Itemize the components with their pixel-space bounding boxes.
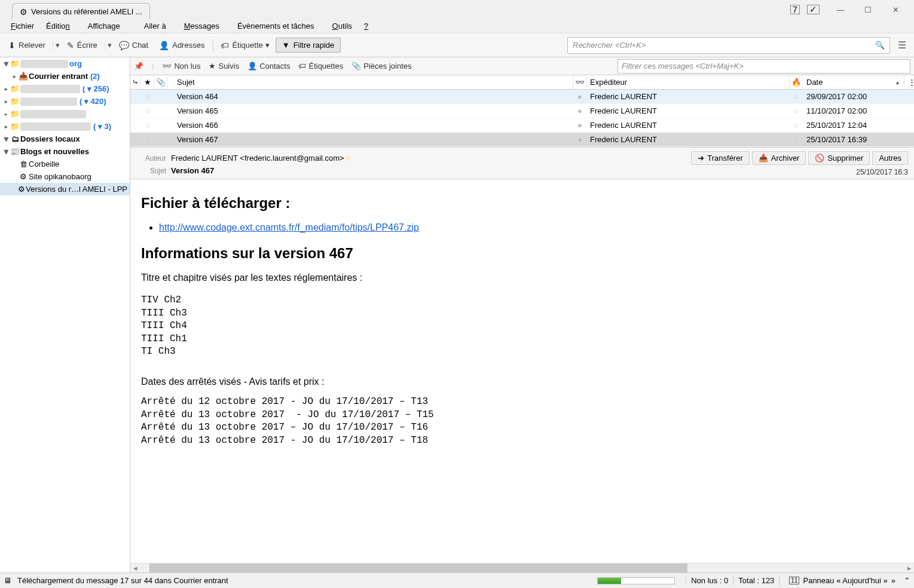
filter-tags[interactable]: 🏷Étiquettes bbox=[298, 62, 343, 71]
calendar-icon[interactable]: 7 bbox=[790, 5, 800, 14]
folder-blogs[interactable]: ⯆📰Blogs et nouvelles bbox=[0, 145, 130, 158]
download-link[interactable]: http://www.codage.ext.cnamts.fr/f_mediam… bbox=[159, 222, 419, 232]
read-dot-icon[interactable]: ● bbox=[573, 135, 586, 144]
write-button[interactable]: ✎Écrire bbox=[62, 38, 102, 53]
message-row[interactable]: ☆Version 465●Frederic LAURENT○11/10/2017… bbox=[130, 104, 914, 118]
junk-icon[interactable]: ○ bbox=[790, 106, 803, 115]
account-1[interactable]: ⯆📁org bbox=[0, 57, 130, 70]
filter-attachments[interactable]: 📎Pièces jointes bbox=[351, 62, 411, 71]
star-icon[interactable]: ☆ bbox=[141, 121, 154, 130]
message-row[interactable]: ☆Version 466●Frederic LAURENT○25/10/2017… bbox=[130, 118, 914, 133]
message-row[interactable]: ☆Version 464●Frederic LAURENT○29/09/2017… bbox=[130, 90, 914, 104]
folder-site[interactable]: ⚙Site opikanobaorg bbox=[0, 170, 130, 183]
col-attachment[interactable]: 📎 bbox=[154, 75, 167, 89]
get-mail-button[interactable]: ⬇Relever bbox=[4, 38, 50, 53]
junk-icon[interactable]: ○ bbox=[790, 92, 803, 101]
local-icon: 🗂 bbox=[10, 134, 20, 143]
star-icon[interactable]: ☆ bbox=[141, 92, 154, 101]
menu-tools[interactable]: Outils bbox=[326, 20, 358, 32]
close-button[interactable]: ✕ bbox=[882, 1, 909, 18]
account-3[interactable]: ▸📁( ▾ 420) bbox=[0, 95, 130, 108]
junk-icon[interactable]: ○ bbox=[790, 121, 803, 130]
read-dot-icon[interactable]: ● bbox=[573, 106, 586, 115]
feed-icon: ⚙ bbox=[17, 185, 26, 194]
app-menu-button[interactable]: ☰ bbox=[894, 39, 910, 51]
filter-search-input[interactable]: Filtrer ces messages <Ctrl+Maj+K> bbox=[618, 59, 910, 74]
account-2[interactable]: ▸📁( ▾ 256) bbox=[0, 82, 130, 95]
menu-help[interactable]: ? bbox=[358, 20, 374, 32]
read-dot-icon[interactable]: ● bbox=[573, 121, 586, 130]
menu-go[interactable]: Aller à bbox=[132, 20, 178, 32]
col-picker[interactable]: ⋮ bbox=[904, 75, 914, 89]
title-bar: ⚙ Versions du référentiel AMELI ... 7 ✓ … bbox=[0, 0, 914, 19]
window-tab[interactable]: ⚙ Versions du référentiel AMELI ... bbox=[12, 3, 150, 20]
col-junk[interactable]: 🔥 bbox=[790, 75, 803, 89]
minimize-button[interactable]: — bbox=[827, 1, 854, 18]
status-bar: 🖥 Téléchargement du message 17 sur 44 da… bbox=[0, 572, 914, 588]
rss-icon: 📰 bbox=[10, 147, 20, 156]
star-icon[interactable]: ☆ bbox=[141, 135, 154, 144]
filter-unread[interactable]: 👓Non lus bbox=[162, 62, 200, 71]
menu-file[interactable]: Fichier bbox=[5, 20, 40, 32]
filter-starred[interactable]: ★Suivis bbox=[209, 62, 239, 71]
delete-button[interactable]: 🚫Supprimer bbox=[808, 151, 870, 165]
read-dot-icon[interactable]: ● bbox=[573, 92, 586, 101]
message-subject: Version 466 bbox=[167, 121, 573, 130]
search-icon[interactable]: 🔍 bbox=[875, 41, 885, 50]
filter-contacts[interactable]: 👤Contacts bbox=[247, 62, 290, 71]
global-search[interactable]: Rechercher <Ctrl+K> 🔍 bbox=[567, 37, 890, 54]
col-sender[interactable]: Expéditeur bbox=[586, 75, 790, 89]
forbidden-icon: 🚫 bbox=[815, 154, 824, 163]
message-header-pane: Auteur Frederic LAURENT <frederic.lauren… bbox=[130, 147, 914, 179]
quick-filter-button[interactable]: ▼Filtre rapide bbox=[276, 38, 341, 53]
col-thread[interactable]: ⤷ bbox=[130, 75, 141, 89]
chat-button[interactable]: 💬Chat bbox=[114, 38, 153, 53]
archive-button[interactable]: 📥Archiver bbox=[752, 151, 806, 165]
account-5[interactable]: ▸📁( ▾ 3) bbox=[0, 120, 130, 133]
forward-button[interactable]: ➜Transférer bbox=[691, 151, 749, 165]
col-read[interactable]: 👓 bbox=[573, 75, 586, 89]
col-date[interactable]: Date▲ bbox=[803, 75, 904, 89]
folder-trash[interactable]: 🗑Corbeille bbox=[0, 158, 130, 170]
star-icon[interactable]: ☆ bbox=[141, 106, 154, 115]
today-panel-button[interactable]: 11 Panneau « Aujourd'hui » » bbox=[784, 576, 900, 585]
tab-title: Versions du référentiel AMELI ... bbox=[31, 7, 142, 16]
message-sender: Frederic LAURENT bbox=[586, 121, 790, 130]
menu-bar: Fichier Édition Affichage Aller à Messag… bbox=[0, 19, 914, 33]
tag-button[interactable]: 🏷Étiquette▾ bbox=[216, 38, 274, 53]
folder-inbox[interactable]: ▸📥Courrier entrant (2) bbox=[0, 70, 130, 82]
chevron-up-icon[interactable]: ⌃ bbox=[904, 576, 910, 585]
message-row[interactable]: ☆Version 467●Frederic LAURENT○25/10/2017… bbox=[130, 133, 914, 147]
author-value[interactable]: Frederic LAURENT <frederic.laurent@gmail… bbox=[171, 154, 344, 163]
glasses-icon: 👓 bbox=[162, 62, 172, 71]
keep-filters-button[interactable]: 📌 bbox=[134, 62, 143, 71]
more-button[interactable]: Autres bbox=[872, 151, 908, 165]
col-subject[interactable]: Sujet bbox=[167, 75, 573, 89]
tasks-icon[interactable]: ✓ bbox=[807, 5, 820, 14]
body-heading-download: Fichier à télécharger : bbox=[141, 195, 903, 212]
write-dropdown[interactable]: ▾ bbox=[105, 41, 114, 50]
horizontal-scrollbar[interactable]: ◂ ▸ bbox=[130, 563, 914, 572]
body-heading-info: Informations sur la version 467 bbox=[141, 245, 903, 262]
message-subject: Version 464 bbox=[167, 92, 573, 101]
message-sender: Frederic LAURENT bbox=[586, 106, 790, 115]
activity-icon[interactable]: 🖥 bbox=[4, 576, 11, 585]
folder-versions[interactable]: ⚙Versions du r…l AMELI - LPP bbox=[0, 183, 130, 195]
menu-edit[interactable]: Édition bbox=[40, 20, 76, 32]
folder-local[interactable]: ⯆🗂Dossiers locaux bbox=[0, 133, 130, 145]
paperclip-icon: 📎 bbox=[351, 62, 361, 71]
download-icon: ⬇ bbox=[8, 41, 16, 50]
col-star[interactable]: ★ bbox=[141, 75, 154, 89]
menu-messages[interactable]: Messages bbox=[178, 20, 225, 32]
tag-icon: 🏷 bbox=[221, 41, 229, 50]
calendar-icon: 11 bbox=[789, 577, 799, 584]
star-icon[interactable]: ☆ bbox=[344, 154, 351, 163]
folder-pane: ⯆📁org ▸📥Courrier entrant (2) ▸📁( ▾ 256) … bbox=[0, 57, 130, 572]
account-4[interactable]: ▸📁 bbox=[0, 108, 130, 120]
junk-icon[interactable]: ○ bbox=[790, 135, 803, 144]
maximize-button[interactable]: ☐ bbox=[854, 1, 882, 18]
addresses-button[interactable]: 👤Adresses bbox=[154, 38, 209, 53]
menu-view[interactable]: Affichage bbox=[76, 20, 132, 32]
get-mail-dropdown[interactable]: ▾ bbox=[53, 41, 62, 50]
menu-events[interactable]: Évènements et tâches bbox=[225, 20, 326, 32]
